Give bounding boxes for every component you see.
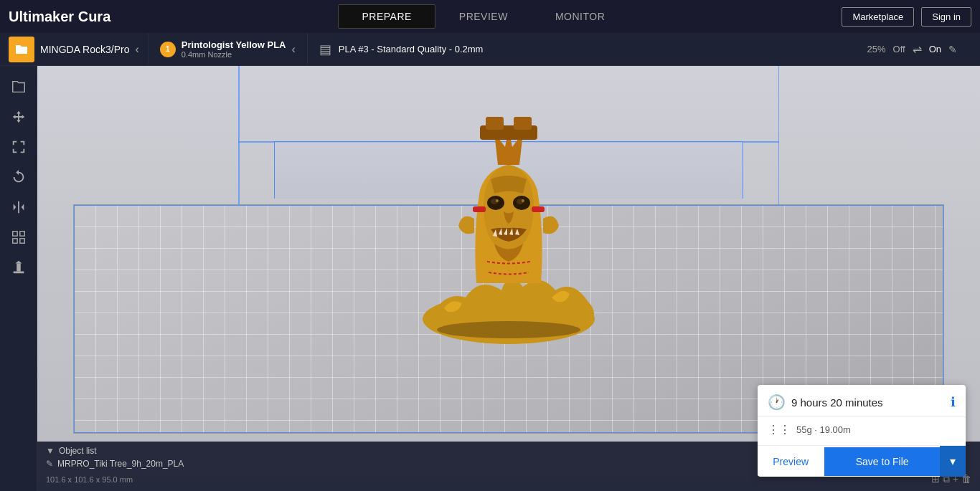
object-name: MRPRO_Tiki Tree_9h_20m_PLA: [57, 459, 184, 469]
info-material-row: ⋮⋮ 55g · 19.00m: [758, 417, 966, 446]
material-info: Printologist Yellow PLA 0.4mm Nozzle: [182, 39, 286, 59]
svg-rect-3: [19, 239, 24, 243]
material-nozzle: 0.4mm Nozzle: [182, 50, 286, 59]
profile-icon: ▤: [319, 42, 331, 57]
svg-rect-2: [12, 239, 17, 243]
signin-button[interactable]: Sign in: [921, 7, 971, 27]
per-model-icon: [11, 229, 27, 245]
material-section: 1 Printologist Yellow PLA 0.4mm Nozzle ‹: [149, 33, 308, 65]
slider-icon: ⇌: [913, 42, 922, 56]
preview-button[interactable]: Preview: [758, 447, 824, 476]
logo-light: Cura: [74, 9, 110, 24]
material-details: 55g · 19.00m: [796, 424, 851, 435]
left-toolbar: [0, 66, 37, 491]
layer-on: On: [929, 44, 941, 54]
save-to-file-button[interactable]: Save to File: [824, 447, 940, 476]
clock-icon: 🕐: [768, 394, 786, 411]
viewport[interactable]: ▼ Object list ✎ MRPRO_Tiki Tree_9h_20m_P…: [37, 66, 980, 491]
material-length: 19.00m: [820, 424, 851, 435]
tab-prepare[interactable]: PREPARE: [338, 4, 435, 29]
svg-rect-4: [13, 272, 24, 274]
tiki-model: [408, 75, 609, 348]
topbar-right: Marketplace Sign in: [842, 7, 971, 27]
object-list-toggle[interactable]: ▼: [46, 446, 55, 456]
svg-rect-13: [473, 206, 486, 212]
support-icon: [11, 259, 27, 275]
save-dropdown-button[interactable]: ▾: [940, 446, 966, 477]
per-model-button[interactable]: [5, 224, 32, 251]
logo-bold: Ultimaker: [9, 9, 74, 24]
profile-section: ▤ PLA #3 - Standard Quality - 0.2mm 25% …: [308, 33, 980, 65]
svg-rect-5: [17, 264, 21, 272]
material-chevron[interactable]: ‹: [291, 43, 295, 56]
open-file-icon: [11, 79, 27, 95]
move-button[interactable]: [5, 103, 32, 130]
nav-tabs: PREPARE PREVIEW MONITOR: [125, 4, 842, 29]
second-bar: MINGDA Rock3/Pro ‹ 1 Printologist Yellow…: [0, 33, 980, 66]
object-list-label: Object list: [59, 446, 97, 456]
svg-point-12: [522, 199, 524, 202]
pencil-icon[interactable]: ✎: [948, 44, 957, 55]
folder-icon[interactable]: [9, 37, 34, 62]
app-logo: Ultimaker Cura: [9, 9, 110, 25]
mirror-icon: [11, 199, 27, 215]
material-name: Printologist Yellow PLA: [182, 39, 286, 50]
scale-icon: [11, 139, 27, 155]
save-label: Save to File: [856, 456, 909, 467]
mirror-button[interactable]: [5, 194, 32, 221]
info-time-row: 🕐 9 hours 20 minutes ℹ: [758, 385, 966, 417]
move-icon: [11, 109, 27, 125]
material-bars-icon: ⋮⋮: [768, 423, 791, 437]
svg-rect-0: [12, 232, 17, 236]
folder-svg: [14, 44, 29, 55]
info-icon[interactable]: ℹ: [951, 394, 956, 410]
tiki-svg: [408, 75, 609, 348]
top-bar: Ultimaker Cura PREPARE PREVIEW MONITOR M…: [0, 0, 980, 33]
layer-controls: 25% Off ⇌ On ✎: [867, 42, 969, 56]
marketplace-button[interactable]: Marketplace: [842, 7, 914, 27]
open-file-button[interactable]: [5, 73, 32, 100]
rotate-icon: [11, 169, 27, 185]
svg-point-18: [437, 321, 580, 338]
svg-rect-16: [486, 117, 504, 130]
print-time: 9 hours 20 minutes: [791, 396, 883, 409]
object-pencil-icon[interactable]: ✎: [46, 459, 53, 469]
object-dims: 101.6 x 101.6 x 95.0 mm: [46, 475, 133, 484]
printer-section: MINGDA Rock3/Pro ‹: [0, 33, 149, 65]
svg-rect-14: [532, 206, 545, 212]
scale-button[interactable]: [5, 133, 32, 161]
material-badge: 1: [160, 42, 176, 57]
svg-rect-17: [514, 117, 532, 130]
svg-point-11: [496, 199, 499, 202]
main-area: ▼ Object list ✎ MRPRO_Tiki Tree_9h_20m_P…: [0, 66, 980, 491]
info-time-left: 🕐 9 hours 20 minutes: [768, 394, 883, 411]
rotate-button[interactable]: [5, 163, 32, 191]
profile-name: PLA #3 - Standard Quality - 0.2mm: [339, 44, 484, 54]
info-actions: Preview Save to File ▾: [758, 446, 966, 477]
tab-monitor[interactable]: MONITOR: [532, 4, 628, 29]
tab-preview[interactable]: PREVIEW: [435, 4, 532, 29]
layer-off: Off: [893, 44, 905, 54]
material-weight: 55g: [796, 424, 812, 435]
layer-pct: 25%: [867, 44, 886, 54]
printer-chevron[interactable]: ‹: [135, 43, 138, 56]
svg-rect-1: [19, 232, 24, 236]
printer-name: MINGDA Rock3/Pro: [40, 44, 129, 55]
support-button[interactable]: [5, 254, 32, 281]
info-panel: 🕐 9 hours 20 minutes ℹ ⋮⋮ 55g · 19.00m P…: [758, 385, 966, 477]
